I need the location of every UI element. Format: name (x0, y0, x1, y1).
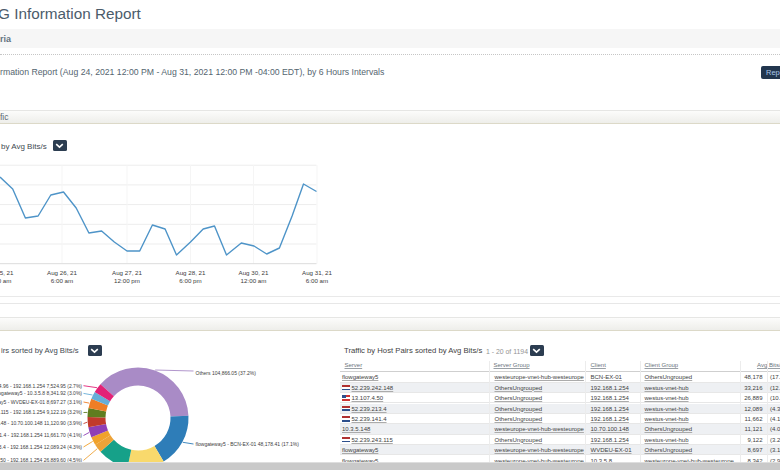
svg-text:Aug 28, 21: Aug 28, 21 (176, 269, 206, 276)
svg-text:40.79.154.96 - 192.168.1.254 7: 40.79.154.96 - 192.168.1.254 7,524.95 (2… (0, 383, 82, 389)
svg-text:flowgateway5 - BCN-EX-01 48,17: flowgateway5 - BCN-EX-01 48,178.41 (17.1… (196, 441, 300, 447)
svg-text:Others 104,866.05 (37.2%): Others 104,866.05 (37.2%) (196, 370, 257, 376)
svg-text:flowgateway5 - WVDEU-EX-01 8,6: flowgateway5 - WVDEU-EX-01 8,697.27 (3.1… (0, 399, 82, 405)
svg-text:Aug 26, 21: Aug 26, 21 (47, 269, 77, 276)
svg-text:flowgateway5 - 10.3.5.8 8,341.: flowgateway5 - 10.3.5.8 8,341.92 (3.0%) (0, 390, 82, 396)
svg-text:52.239.243.115 - 192.168.1.254: 52.239.243.115 - 192.168.1.254 9,122.19 … (0, 409, 82, 415)
svg-text:6:00 am: 6:00 am (51, 277, 73, 284)
svg-text:Aug 27, 21: Aug 27, 21 (112, 269, 142, 276)
svg-text:12:00 am: 12:00 am (0, 277, 11, 284)
svg-text:52.239.141.4 - 192.168.1.254 1: 52.239.141.4 - 192.168.1.254 11,661.70 (… (0, 432, 82, 438)
svg-text:52.239.213.4 - 192.168.1.254 1: 52.239.213.4 - 192.168.1.254 12,089.24 (… (0, 444, 82, 450)
svg-text:Aug 25, 21: Aug 25, 21 (0, 269, 14, 276)
svg-text:10.3.5.148 - 10.70.100.148 11,: 10.3.5.148 - 10.70.100.148 11,120.90 (3.… (0, 420, 82, 426)
svg-text:12:00 pm: 12:00 pm (114, 277, 140, 284)
svg-text:Aug 30, 21: Aug 30, 21 (239, 269, 269, 276)
svg-text:12:00 am: 12:00 am (241, 277, 267, 284)
svg-text:6:00 am: 6:00 am (306, 277, 328, 284)
svg-text:6:00 pm: 6:00 pm (179, 277, 201, 284)
svg-text:Aug 31, 21: Aug 31, 21 (302, 269, 332, 276)
